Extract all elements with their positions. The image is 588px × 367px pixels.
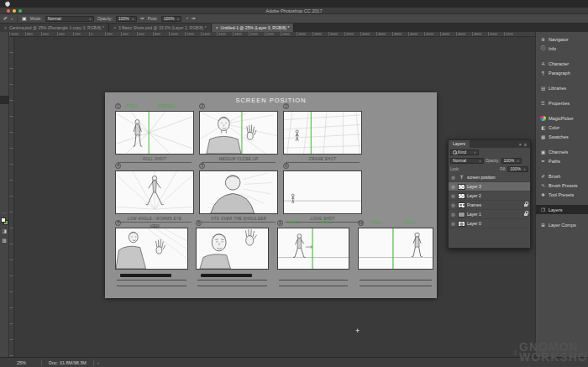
apple-menu-icon[interactable] (5, 1, 10, 7)
foreground-color-swatch[interactable] (1, 218, 6, 223)
status-options-arrow-icon[interactable]: › (97, 360, 99, 365)
layer-row-frames[interactable]: ◎ Frames (449, 201, 530, 210)
hand-tool-icon[interactable] (0, 192, 9, 202)
layer-thumbnail[interactable] (458, 221, 465, 227)
layers-panel-tab[interactable]: Layers (449, 140, 470, 148)
layer-thumbnail[interactable] (458, 193, 465, 199)
layer-row-layer-2[interactable]: ◎ Layer 2 (449, 191, 530, 201)
current-tool-icon[interactable]: ✐ (3, 16, 8, 22)
panel-item-paragraph[interactable]: ¶ Paragraph (536, 68, 588, 77)
lasso-tool-icon[interactable] (0, 51, 9, 60)
zoom-level[interactable]: 25% (17, 360, 26, 365)
marquee-tool-icon[interactable] (0, 43, 9, 52)
panel-item-info[interactable]: ⓘ Info (536, 44, 588, 53)
panel-item-channels[interactable]: ▣ Channels (536, 147, 588, 156)
panel-item-character[interactable]: A Character (536, 59, 588, 68)
tab-3-basic-shots[interactable]: × 3 Basic Shots.psd @ 33.3% (Layer 2, RG… (109, 24, 212, 32)
panel-item-libraries[interactable]: ▤ Libraries (536, 83, 588, 92)
layer-visibility-eye-icon[interactable]: ◎ (450, 184, 456, 189)
layer-visibility-eye-icon[interactable]: ◎ (450, 193, 456, 198)
blend-mode-select[interactable]: Normal∨ (45, 16, 94, 22)
storyboard-document[interactable]: SCREEN POSITION 1 POS 0 SCREEN 2 FULL SH… (105, 92, 437, 298)
magic-wand-tool-icon[interactable] (0, 60, 9, 70)
menu-bar (0, 0, 588, 8)
close-tab-icon[interactable]: × (113, 25, 116, 30)
panel-item-tool-presets[interactable]: ❖ Tool Presets (536, 190, 588, 199)
layer-row-layer-3[interactable]: ◎ Layer 3 (449, 182, 530, 191)
frame-note-left: POS 1 (371, 221, 382, 225)
screen-mode-icon[interactable]: ▧ (0, 236, 9, 245)
layer-visibility-eye-icon[interactable]: ◎ (450, 221, 456, 226)
panel-item-color[interactable]: ◧ Color (536, 123, 588, 132)
quick-mask-icon[interactable]: ◨ (0, 227, 9, 236)
type-tool-icon[interactable] (0, 166, 9, 176)
opacity-select[interactable]: 100%∨ (116, 16, 137, 22)
airbrush-icon[interactable]: ◔ (185, 16, 188, 22)
layer-visibility-eye-icon[interactable]: ◎ (450, 175, 456, 180)
panel-item-brush[interactable]: ✐ Brush (536, 171, 588, 181)
eyedropper-tool-icon[interactable] (0, 78, 9, 87)
mode-label: Mode: (30, 16, 42, 21)
layer-thumbnail[interactable] (458, 212, 465, 218)
shape-tool-icon[interactable] (0, 184, 9, 193)
layers-blend-row: Normal∨ Opacity: 100%∨ (449, 156, 530, 165)
filter-kind-select[interactable]: Kind ∨ (450, 149, 479, 155)
frame-caption: OTS OVER THE SHOULDER (202, 217, 276, 223)
panel-item-brush-presets[interactable]: ✎ Brush Presets (536, 181, 588, 190)
panel-item-properties[interactable]: ☰ Properties (536, 98, 588, 107)
collapse-panel-icon[interactable]: × (519, 142, 522, 147)
panel-item-magicpicker[interactable]: MagicPicker (536, 113, 588, 123)
panel-item-layer-comps[interactable]: ⊞ Layer Comps (536, 220, 588, 229)
layer-visibility-eye-icon[interactable]: ◎ (450, 212, 456, 217)
panel-item-paths[interactable]: ✒ Paths (536, 156, 588, 165)
panel-icon: ❖ (540, 192, 546, 197)
layer-fill-select[interactable]: 100%∨ (507, 166, 528, 172)
layer-blend-mode-select[interactable]: Normal∨ (450, 158, 484, 164)
close-tab-icon[interactable]: × (216, 25, 218, 30)
close-tab-icon[interactable]: × (4, 25, 7, 30)
layer-visibility-eye-icon[interactable]: ◎ (450, 202, 456, 207)
layer-thumbnail[interactable] (458, 184, 465, 190)
panel-item-swatches[interactable]: ▦ Swatches (536, 132, 588, 141)
color-swatches[interactable] (1, 218, 8, 225)
panel-label: Brush (549, 174, 560, 179)
panel-label: Tool Presets (549, 192, 574, 197)
tab-untitled-1[interactable]: × Untitled-1 @ 25% (Layer 3, RGB/8) * (212, 24, 295, 32)
panel-icon: ⊞ (540, 223, 546, 228)
horizontal-ruler[interactable]: 1000800600400200020040060080010001200140… (9, 32, 535, 37)
toggle-brush-panel-icon[interactable]: ▣ (22, 16, 27, 22)
flow-select[interactable]: 100%∨ (161, 16, 182, 22)
right-panel-dock: ⊛ Navigator ⓘ Info A Character ¶ Paragra… (535, 32, 588, 357)
panel-menu-icon[interactable]: ≡ (524, 142, 528, 147)
brush-tool-icon[interactable] (0, 96, 9, 105)
flow-pressure-icon[interactable]: ✑ (192, 16, 196, 22)
layer-opacity-select[interactable]: 100%∨ (501, 158, 522, 164)
edit-toolbar-icon[interactable]: ⋯ (3, 210, 7, 216)
crop-tool-icon[interactable] (0, 69, 9, 78)
path-select-tool-icon[interactable] (0, 175, 9, 184)
layer-row-screen-position[interactable]: ◎ screen position (449, 173, 530, 182)
eraser-tool-icon[interactable] (0, 122, 9, 131)
pen-tool-icon[interactable] (0, 157, 9, 166)
tool-preset-chevron-icon[interactable]: ▾ (11, 17, 13, 21)
panel-item-layers[interactable]: ❐ Layers (536, 205, 588, 214)
tab-cantina[interactable]: × Cantina.psd @ 25% (Rectangle 1 copy 3,… (0, 24, 109, 32)
layer-thumbnail[interactable] (458, 202, 465, 208)
healing-brush-tool-icon[interactable] (0, 87, 9, 96)
panel-item-navigator[interactable]: ⊛ Navigator (536, 34, 588, 44)
clone-stamp-tool-icon[interactable] (0, 104, 9, 113)
gradient-tool-icon[interactable] (0, 131, 9, 140)
opacity-pressure-icon[interactable]: ✑ (140, 16, 144, 22)
layer-thumbnail[interactable] (458, 175, 465, 181)
history-brush-tool-icon[interactable] (0, 113, 9, 123)
panel-icon: ✎ (540, 183, 546, 188)
dodge-tool-icon[interactable] (0, 149, 9, 158)
vertical-ruler[interactable] (9, 37, 14, 357)
layer-row-layer-1[interactable]: ◎ Layer 1 (449, 210, 530, 219)
layer-row-layer-0[interactable]: ◎ Layer 0 (449, 219, 530, 228)
zoom-tool-icon[interactable] (0, 202, 9, 211)
move-tool-icon[interactable] (0, 34, 9, 43)
blur-tool-icon[interactable] (0, 139, 9, 149)
panel-icon: ✐ (540, 174, 546, 179)
panel-icon: ¶ (540, 71, 546, 76)
